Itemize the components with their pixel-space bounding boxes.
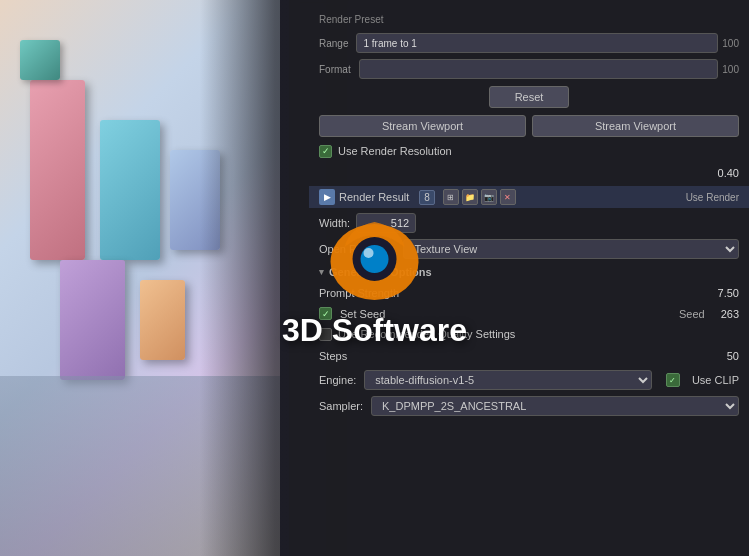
grid-icon[interactable]: ⊞ — [443, 189, 459, 205]
engine-row: Engine: stable-diffusion-v1-5 ✓ Use CLIP — [309, 367, 749, 393]
range-end-value: 100 — [722, 38, 739, 49]
use-render-resolution-label: Use Render Resolution — [338, 145, 452, 157]
reset-row: Reset — [309, 82, 749, 112]
use-clip-label: Use CLIP — [692, 374, 739, 386]
row-range: Range 100 — [309, 30, 749, 56]
block-teal-small — [20, 40, 60, 80]
blender-icon — [325, 207, 425, 307]
sampler-row: Sampler: K_DPMPP_2S_ANCESTRAL — [309, 393, 749, 419]
render-camera-icon: ▶ — [319, 189, 335, 205]
block-cyan — [100, 120, 160, 260]
seed-label: Seed — [679, 308, 705, 320]
reset-button[interactable]: Reset — [489, 86, 569, 108]
range-input[interactable] — [356, 33, 718, 53]
use-render-resolution-row: ✓ Use Render Resolution — [309, 140, 749, 162]
stream-buttons-row: Stream Viewport Stream Viewport — [309, 112, 749, 140]
svg-point-2 — [361, 245, 389, 273]
format-input[interactable] — [359, 59, 719, 79]
format-label: Format — [319, 64, 351, 75]
engine-label: Engine: — [319, 374, 356, 386]
sampler-select[interactable]: K_DPMPP_2S_ANCESTRAL — [371, 396, 739, 416]
int-value: 0.40 — [718, 167, 739, 179]
format-value: 100 — [722, 64, 739, 75]
steps-value: 50 — [727, 350, 739, 362]
use-clip-checkbox[interactable]: ✓ — [666, 373, 680, 387]
row-format: Format 100 — [309, 56, 749, 82]
stream-viewport-button-2[interactable]: Stream Viewport — [532, 115, 739, 137]
block-peach — [140, 280, 185, 360]
blender-logo-area: 3D Software — [282, 207, 467, 349]
camera-icon[interactable]: 📷 — [481, 189, 497, 205]
folder-icon[interactable]: 📁 — [462, 189, 478, 205]
render-toolbar-icons: ⊞ 📁 📷 ✕ — [443, 189, 516, 205]
use-render-label: Use Render — [686, 192, 739, 203]
render-result-label: Render Result — [339, 191, 409, 203]
stream-viewport-button-1[interactable]: Stream Viewport — [319, 115, 526, 137]
int-value-row: 0.40 — [309, 162, 749, 184]
block-purple — [60, 260, 125, 380]
render-number: 8 — [419, 190, 435, 205]
render-result-bar[interactable]: ▶ Render Result 8 ⊞ 📁 📷 ✕ Use Render — [309, 186, 749, 208]
panel-header-label: Render Preset — [319, 14, 383, 25]
steps-label: Steps — [319, 350, 347, 362]
prompt-strength-value: 7.50 — [718, 287, 739, 299]
svg-point-3 — [364, 248, 374, 258]
block-pink-tall — [30, 80, 85, 260]
panel-header-row: Render Preset — [309, 8, 749, 30]
sampler-label: Sampler: — [319, 400, 363, 412]
seed-value: 263 — [721, 308, 739, 320]
close-icon[interactable]: ✕ — [500, 189, 516, 205]
range-label: Range — [319, 38, 348, 49]
use-render-resolution-checkbox[interactable]: ✓ — [319, 145, 332, 158]
software-title: 3D Software — [282, 312, 467, 349]
engine-select[interactable]: stable-diffusion-v1-5 — [364, 370, 652, 390]
